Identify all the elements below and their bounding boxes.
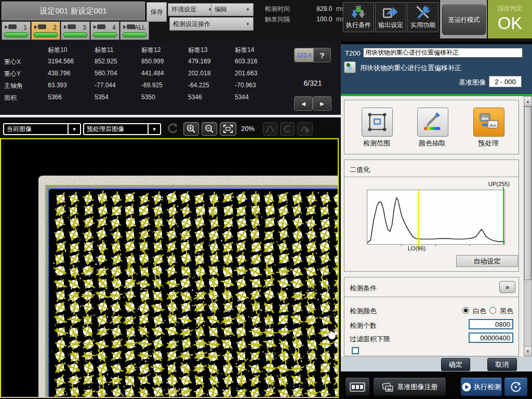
radio-white[interactable]	[462, 307, 469, 314]
detect-time-row: 检测时间 829.0 ms	[265, 5, 344, 14]
fit-screen-button[interactable]	[220, 122, 236, 136]
results-panel: 标签10 标签11 标签12 标签13 标签14 重心X 3194.566 85…	[0, 42, 341, 115]
loop-icon	[510, 381, 522, 393]
table-cell: 3194.566	[48, 58, 74, 65]
curve-settings-button[interactable]	[297, 122, 313, 136]
camera-tab-2[interactable]: 2	[31, 21, 60, 40]
camera-icon	[34, 24, 46, 29]
auto-set-button[interactable]: 自动设定	[456, 255, 518, 267]
table-cell: 5346	[188, 94, 202, 101]
camera-icon	[64, 24, 76, 29]
exec-condition-button[interactable]: 执行条件	[343, 2, 374, 32]
camera-tab-4[interactable]: 4	[90, 21, 119, 40]
tool-name: 用块状物的重心进行位置偏移补正	[360, 63, 461, 73]
scrollbar-thumb[interactable]	[524, 107, 531, 280]
row-label: 主轴角	[4, 82, 23, 90]
status-green-bar	[93, 32, 117, 37]
zoom-out-icon	[205, 124, 214, 134]
tool-id: T200	[345, 49, 361, 57]
table-cell: -70.963	[235, 82, 256, 89]
chevron-down-icon: ▼	[246, 7, 250, 12]
color-extract-button[interactable]	[417, 108, 448, 137]
detect-time-value: 829.0	[305, 5, 332, 12]
status-green-bar	[63, 32, 87, 37]
cancel-button[interactable]: 取消	[487, 358, 517, 371]
bell-curve-icon	[265, 125, 275, 132]
refresh-icon	[165, 123, 180, 135]
fit-screen-icon	[223, 125, 233, 133]
toolbtn-label: 检测范围	[351, 139, 403, 148]
zoom-level: 20%	[241, 125, 255, 132]
axis-tick	[470, 244, 470, 246]
run-test-button[interactable]: 执行检测	[460, 377, 502, 396]
save-button[interactable]: 保存	[147, 2, 167, 22]
camera-tab-3[interactable]: 3	[61, 21, 90, 40]
up-threshold-label: UP(255)	[488, 181, 510, 187]
output-settings-button[interactable]: 输出设定	[375, 2, 406, 32]
run-mode-button[interactable]: 至运行模式	[442, 5, 486, 35]
row-label: 重心Y	[4, 70, 21, 78]
image-source-select[interactable]: 当前图像 ▼	[3, 123, 81, 135]
table-cell: 438.796	[48, 70, 70, 77]
divider	[344, 177, 518, 177]
film-strip-button[interactable]	[345, 377, 370, 396]
top-bar: 设定001 新设定001 保存 环境设定▼ 编辑▼ 检测设定操作▼ 1 2 3 …	[0, 0, 532, 42]
camera-tab-all[interactable]: ALL	[120, 21, 149, 40]
ref-image-register-button[interactable]: 基准图像注册	[373, 377, 446, 396]
page-indicator: 6/321	[291, 79, 335, 87]
help-button[interactable]: ?	[313, 48, 331, 62]
profile-tool-button[interactable]	[280, 122, 295, 136]
table-cell: 202.018	[188, 70, 210, 77]
tool-title-input[interactable]	[363, 48, 523, 58]
trigger-interval-value: 100.0	[305, 16, 332, 23]
menu-edit[interactable]: 编辑▼	[211, 3, 254, 16]
scroll-up-icon[interactable]: ▲	[524, 97, 531, 107]
run-mode-panel: 至运行模式	[440, 0, 487, 38]
detect-color-label: 检测颜色	[350, 307, 377, 316]
utility-button[interactable]: 实用功能	[407, 2, 438, 32]
ref-image-label: 基准图像	[459, 78, 486, 87]
table-cell: 5354	[95, 94, 109, 101]
detect-range-button[interactable]	[362, 108, 393, 137]
right-panel-scrollbar[interactable]: ▲ ▼	[524, 96, 532, 356]
film-strip-icon	[350, 382, 365, 392]
binarize-title: 二值化	[350, 165, 370, 175]
table-cell: 603.316	[235, 58, 257, 65]
menu-detect-operation[interactable]: 检测设定操作▼	[169, 17, 254, 31]
export-icon	[383, 6, 398, 19]
ref-image-value[interactable]: 2 - 000	[489, 76, 522, 87]
scroll-down-icon[interactable]: ▼	[524, 346, 531, 356]
menu-environment[interactable]: 环境设定▼	[168, 3, 216, 16]
chevron-down-icon: ▼	[148, 124, 160, 134]
preprocess-button[interactable]	[473, 108, 504, 137]
table-cell: -64.225	[188, 82, 209, 89]
numeric-display-button[interactable]: 123.4	[294, 48, 314, 62]
continuous-run-button[interactable]	[504, 377, 528, 396]
table-cell: -77.044	[95, 82, 116, 89]
ok-button[interactable]: 确定	[441, 358, 470, 371]
prev-page-button[interactable]: ◀	[294, 96, 313, 111]
col-header: 标签12	[141, 46, 161, 55]
app-window: 设定001 新设定001 保存 环境设定▼ 编辑▼ 检测设定操作▼ 1 2 3 …	[0, 0, 532, 399]
expand-button[interactable]: »	[499, 281, 515, 293]
display-mode-select[interactable]: 预处理后图像 ▼	[83, 123, 161, 135]
image-viewport[interactable]	[0, 138, 339, 398]
detect-count-input[interactable]	[469, 319, 513, 329]
zoom-in-button[interactable]	[183, 122, 199, 136]
table-cell: 850.999	[141, 58, 164, 65]
histogram-plot	[367, 190, 505, 245]
filter-area-label: 过滤面积下限	[350, 335, 390, 344]
camera-image	[1, 139, 338, 397]
camera-tab-1[interactable]: 1	[2, 21, 31, 40]
table-cell: 852.925	[95, 58, 117, 65]
histogram-tool-button[interactable]	[263, 122, 277, 136]
filter-area-input[interactable]	[469, 332, 513, 343]
checkbox[interactable]	[352, 347, 359, 354]
radio-black[interactable]	[489, 307, 496, 314]
tool-type-icon	[344, 61, 356, 73]
zoom-out-button[interactable]	[202, 122, 217, 136]
lo-threshold-line[interactable]	[418, 189, 419, 249]
overall-judgement: 综合判定 OK	[488, 0, 532, 38]
up-threshold-line[interactable]	[503, 187, 504, 244]
next-page-button[interactable]: ▶	[313, 96, 331, 111]
